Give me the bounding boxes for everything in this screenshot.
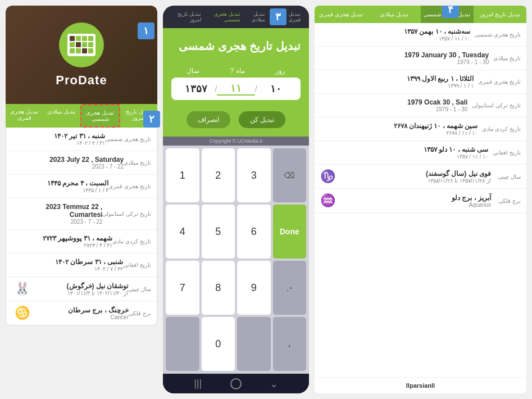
badge-1: ۱ <box>138 22 154 39</box>
cancel-button[interactable]: انصراف <box>187 111 230 128</box>
numpad-0[interactable]: 0 <box>202 317 235 371</box>
date-label-day: روز <box>275 67 285 75</box>
left-data-list: تاریخ هجری شمسی شنبه ، ۳۱ تیر ۱۴۰۲ ۱۴۰۲ … <box>6 128 157 325</box>
left-main-afghani: شنبی ، ۳۱ سرطان ۱۴۰۲ ۱۴۰۲ / ۷ / ۳۲ <box>12 258 123 272</box>
numpad-row-1: 1 2 3 ⌫ <box>166 148 306 202</box>
right-main-miladi: 1979 January 30 , Tuesday 1979 - 1 - 30 <box>320 51 489 65</box>
right-main-turki: 1979 Ocak 30 , Sali 1979 - 1 - 30 <box>320 98 467 112</box>
numpad-4[interactable]: 4 <box>166 205 199 259</box>
left-sub-qamari: ۱۴۴۵ / ۱ / ۴ <box>12 187 108 193</box>
right-panel: ۴ تبدیل تاریخ امروز تبدیل هجری شمسی تبدی… <box>315 6 526 393</box>
phone-home-button[interactable] <box>230 378 242 389</box>
right-title-miladi: 1979 January 30 , Tuesday <box>320 51 489 59</box>
phone-tab-hijri[interactable]: تبدیل هجری شمسی <box>205 11 240 22</box>
empty-left-key <box>166 317 199 371</box>
left-row-hijri-shamsi: تاریخ هجری شمسی شنبه ، ۳۱ تیر ۱۴۰۲ ۱۴۰۲ … <box>6 128 157 151</box>
aquarius-icon: ♒ <box>320 193 335 208</box>
right-footer: llparsianll <box>315 377 526 393</box>
right-label-chinese: سال چینی <box>495 174 521 180</box>
date-value-month[interactable]: ۱۱ <box>217 82 254 96</box>
phone-menu-icon[interactable]: ||| <box>194 378 202 389</box>
right-main-kurdi: سین شهمه ، ۱۰ ژنپهندان ۲۶۷۸ ۲۶۷۸ / ۱۱ / … <box>320 122 478 136</box>
date-value-year[interactable]: ۱۳۵۷ <box>177 83 215 95</box>
app-name: ProDate <box>56 73 107 88</box>
right-title-hijri-shamsi: سه‌شنبه ، ۱۰ بهمن ۱۳۵۷ <box>320 28 470 35</box>
left-row-turki: تاریخ ترکی استانبولی 2023 Temmuz 22 , Cu… <box>6 198 157 230</box>
phone-back-icon[interactable]: ⌄ <box>270 378 278 390</box>
date-values: ۱۰ / ۱۱ / ۱۳۵۷ <box>171 78 301 100</box>
numpad-9[interactable]: 9 <box>237 261 271 315</box>
dash-dot-key[interactable]: .- <box>273 261 307 315</box>
phone-header-title: تبدیل تاریخ هجری شمسی <box>171 39 301 53</box>
left-title-kurdi: شهمه ، ۳۱ پووشپهر ۲۷۲۳ <box>12 234 112 242</box>
convert-button[interactable]: تبدیل کن <box>239 111 285 128</box>
left-title-hijri-shamsi: شنبه ، ۳۱ تیر ۱۴۰۲ <box>12 132 105 140</box>
left-row-chinese: سال چینی توشقان نیل (خرگوش) از ۱۴۰۲/۱۱/۳… <box>6 277 157 301</box>
left-sub-hijri-shamsi: ۱۴۰۲ / ۴ / ۳۱ <box>12 140 105 146</box>
date-labels: روز ماه ? سال <box>171 67 301 75</box>
right-sub-afghani: ۱۳۵۷ / ۱۱ / ۱۰ <box>320 153 488 160</box>
left-main-hijri-shamsi: شنبه ، ۳۱ تیر ۱۴۰۲ ۱۴۰۲ / ۴ / ۳۱ <box>12 132 105 146</box>
right-title-zodiac: آبریز ، برج دلو <box>340 194 491 202</box>
numpad-8[interactable]: 8 <box>202 261 235 315</box>
phone-tab-miladi[interactable]: تبدیل میلادی <box>244 11 266 22</box>
done-key[interactable]: Done <box>273 205 307 259</box>
numpad-6[interactable]: 6 <box>237 205 271 259</box>
numpad-1[interactable]: 1 <box>166 148 199 202</box>
right-tab-miladi[interactable]: تبدیل میلادی <box>367 6 420 23</box>
right-sub-miladi: 1979 - 1 - 30 <box>320 59 489 65</box>
date-label-month: ماه ? <box>230 67 245 75</box>
right-tab-today[interactable]: تبدیل تاریخ امروز <box>474 6 526 23</box>
phone-header: تبدیل تاریخ هجری شمسی <box>163 28 309 61</box>
right-title-kurdi: سین شهمه ، ۱۰ ژنپهندان ۲۶۷۸ <box>320 122 478 130</box>
left-label-hijri-shamsi: تاریخ هجری شمسی <box>105 136 151 142</box>
badge-3-container: ۳ <box>270 8 287 25</box>
numpad-3[interactable]: 3 <box>237 148 271 202</box>
numpad-row-2: 4 5 6 Done <box>166 205 306 259</box>
numpad-row-3: 7 8 9 .- <box>166 261 306 315</box>
right-label-afghani: تاریخ افغانی <box>493 149 521 156</box>
left-sub-afghani: ۱۴۰۲ / ۷ / ۳۲ <box>12 266 123 272</box>
numpad-5[interactable]: 5 <box>202 205 235 259</box>
right-sub-chinese: از ۱۳۵۷/۱۱/۲۸ تا ۱۳۵۸/۱۱/۲۶ <box>340 178 491 184</box>
right-sub-turki: 1979 - 1 - 30 <box>320 106 467 112</box>
left-tab-miladi[interactable]: تبدیل میلادی <box>43 104 81 128</box>
date-label-year: سال <box>187 67 199 75</box>
left-tab-hijri[interactable]: تبدیل هجری شمسی <box>80 104 120 128</box>
right-label-turki: تاریخ ترکی استانبولی <box>472 102 521 108</box>
right-title-qamari: الثلاثا ، ۱ ربیع الاول ۱۳۹۹ <box>320 75 474 83</box>
date-value-day[interactable]: ۱۰ <box>257 83 295 95</box>
right-tab-qamari[interactable]: تبدیل هجری قمری <box>315 6 367 23</box>
phone-tab-today[interactable]: تبدیل تاریخ امروز <box>171 11 202 22</box>
right-label-miladi: تاریخ میلادی <box>493 55 521 61</box>
numpad-2[interactable]: 2 <box>202 148 235 202</box>
right-row-kurdi: تاریخ کردی مادی سین شهمه ، ۱۰ ژنپهندان ۲… <box>315 117 526 141</box>
left-label-afghani: تاریخ افغانی <box>123 262 151 268</box>
right-tabs: تبدیل تاریخ امروز تبدیل هجری شمسی تبدیل … <box>315 6 526 23</box>
left-row-kurdi: تاریخ کردی مادی شهمه ، ۳۱ پووشپهر ۲۷۲۳ ۲… <box>6 230 157 253</box>
comma-key[interactable]: ، <box>273 317 307 371</box>
left-tabs: تبدیل هجری قمری تبدیل میلادی تبدیل هجری … <box>6 104 157 128</box>
backspace-key[interactable]: ⌫ <box>273 148 307 202</box>
badge-3: ۳ <box>270 8 287 25</box>
empty-right-key <box>237 317 271 371</box>
left-main-zodiac: خرچنگ ، برج سرطان Cancer <box>30 306 129 320</box>
right-sub-kurdi: ۲۶۷۸ / ۱۱ / ۱۰ <box>320 130 478 136</box>
phone-date-form: روز ماه ? سال ۱۰ / ۱۱ / ۱۳۵۷ <box>163 61 309 106</box>
logo-circle <box>59 22 104 67</box>
right-main-zodiac: آبریز ، برج دلو Aquarius <box>340 194 491 208</box>
right-label-kurdi: تاریخ کردی مادی <box>482 126 521 132</box>
left-main-qamari: السبت ، ۴ محرم ۱۴۴۵ ۱۴۴۵ / ۱ / ۴ <box>12 179 108 193</box>
left-main-turki: 2023 Temmuz 22 , Cumartesi 2023 - 7 - 22 <box>12 203 102 225</box>
badge-4: ۴ <box>442 6 459 18</box>
left-tab-qamari[interactable]: تبدیل هجری قمری <box>6 104 43 128</box>
right-main-chinese: فوی نیل (سال گوسفند) از ۱۳۵۷/۱۱/۲۸ تا ۱۳… <box>340 170 491 184</box>
right-row-qamari: تاریخ هجری قمری الثلاثا ، ۱ ربیع الاول ۱… <box>315 70 526 94</box>
left-title-zodiac: خرچنگ ، برج سرطان <box>30 306 129 314</box>
left-sub-chinese: از ۱۴۰۲/۱۱/۳۰ تا ۱۴۰۱/۱۱/۳ <box>30 290 128 296</box>
left-sub-turki: 2023 - 7 - 22 <box>12 219 102 225</box>
right-sub-qamari: ۱۳۹۹ / ۱ / ۱ <box>320 83 474 89</box>
left-row-qamari: تاریخ هجری قمری السبت ، ۴ محرم ۱۴۴۵ ۱۴۴۵… <box>6 175 157 198</box>
right-main-qamari: الثلاثا ، ۱ ربیع الاول ۱۳۹۹ ۱۳۹۹ / ۱ / ۱ <box>320 75 474 89</box>
numpad-7[interactable]: 7 <box>166 261 199 315</box>
